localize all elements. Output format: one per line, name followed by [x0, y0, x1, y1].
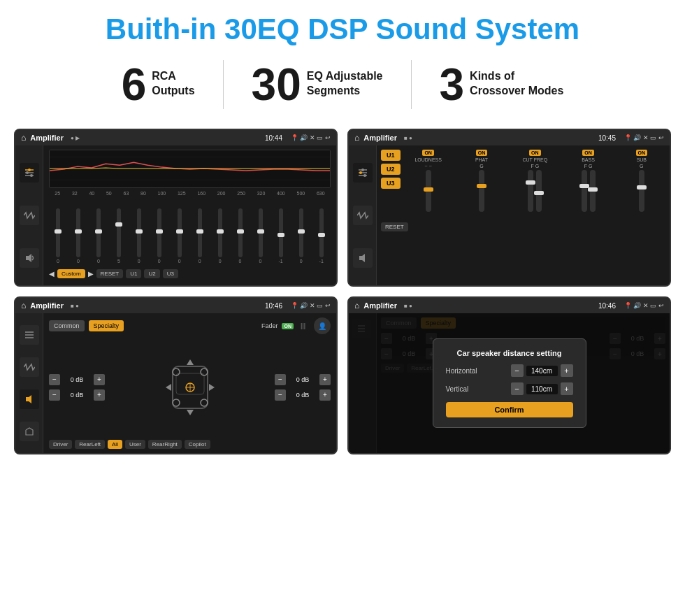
- db-minus-3[interactable]: −: [275, 374, 286, 385]
- home-icon: ⌂: [21, 133, 26, 143]
- slider-125: 0: [198, 208, 202, 264]
- eq-u3-btn[interactable]: U3: [163, 269, 178, 278]
- bass-slider-g[interactable]: [590, 170, 596, 212]
- eq-reset-btn[interactable]: RESET: [96, 269, 124, 278]
- copilot-btn[interactable]: Copilot: [185, 440, 210, 449]
- db-val-2: 0 dB: [63, 392, 91, 399]
- crossover-sidebar-speaker[interactable]: [353, 248, 373, 268]
- sub-slider[interactable]: [639, 170, 644, 212]
- crossover-reset-btn[interactable]: RESET: [381, 222, 408, 231]
- channel-loudness: ON LOUDNESS ~~: [409, 150, 447, 212]
- screen-eq: ⌂ Amplifier ● ▶ 10:44 📍 🔊 ✕ ▭ ↩: [14, 129, 338, 287]
- cutfreq-on[interactable]: ON: [529, 150, 541, 156]
- slider-250: 0: [259, 208, 263, 264]
- home-icon-2: ⌂: [354, 133, 359, 143]
- db-plus-4[interactable]: +: [319, 389, 331, 401]
- fader-sidebar-speaker[interactable]: [20, 389, 39, 409]
- dialog-horizontal-value-row: − 140cm +: [511, 364, 573, 377]
- screen-dialog: ⌂ Amplifier ■ ● 10:46 📍 🔊 ✕ ▭ ↩ Common S…: [347, 296, 671, 454]
- crossover-sidebar-wave[interactable]: [353, 206, 373, 225]
- svg-point-3: [28, 169, 31, 171]
- fader-grid: − 0 dB + − 0 dB +: [49, 337, 331, 437]
- loudness-on[interactable]: ON: [422, 150, 434, 156]
- eq-next-icon[interactable]: ▶: [88, 270, 94, 278]
- svg-marker-31: [187, 359, 194, 365]
- dialog-vertical-minus[interactable]: −: [511, 382, 524, 395]
- eq-sidebar-tune[interactable]: [20, 163, 39, 182]
- dialog-horizontal-minus[interactable]: −: [511, 364, 524, 377]
- eq-sidebar-speaker[interactable]: [20, 248, 39, 268]
- fader-sidebar-tune[interactable]: [20, 325, 39, 345]
- screen-fader-header: ⌂ Amplifier ■ ● 10:46 📍 🔊 ✕ ▭ ↩: [15, 298, 336, 313]
- slider-200: 0: [238, 208, 243, 264]
- screen-dialog-icons: 📍 🔊 ✕ ▭ ↩: [624, 302, 664, 309]
- crossover-sidebar: [349, 145, 377, 285]
- fader-on-badge[interactable]: ON: [282, 323, 294, 329]
- cutfreq-slider-f[interactable]: [528, 170, 533, 212]
- phat-on[interactable]: ON: [476, 150, 488, 156]
- eq-u1-btn[interactable]: U1: [126, 269, 141, 278]
- eq-sidebar-wave[interactable]: [20, 206, 39, 225]
- screen-dialog-header: ⌂ Amplifier ■ ● 10:46 📍 🔊 ✕ ▭ ↩: [349, 298, 670, 313]
- screens-grid: ⌂ Amplifier ● ▶ 10:44 📍 🔊 ✕ ▭ ↩: [0, 122, 685, 468]
- screen-eq-header: ⌂ Amplifier ● ▶ 10:44 📍 🔊 ✕ ▭ ↩: [15, 130, 336, 145]
- db-minus-2[interactable]: −: [49, 389, 60, 401]
- rearright-btn[interactable]: RearRight: [148, 440, 182, 449]
- eq-prev-icon[interactable]: ◀: [49, 270, 55, 278]
- dialog-horizontal-plus[interactable]: +: [561, 364, 573, 377]
- dialog-vertical-label: Vertical: [446, 385, 488, 393]
- slider-320: -1: [278, 208, 282, 264]
- all-btn[interactable]: All: [108, 440, 122, 449]
- eq-preset-custom[interactable]: Custom: [57, 269, 85, 278]
- channel-sub: ON SUB G: [622, 150, 661, 212]
- db-val-4: 0 dB: [289, 392, 317, 399]
- bass-sliders: [582, 170, 596, 212]
- common-mode-btn[interactable]: Common: [49, 320, 85, 331]
- db-minus-4[interactable]: −: [275, 389, 286, 401]
- u2-btn[interactable]: U2: [381, 164, 401, 175]
- fader-car-diagram: [110, 352, 269, 422]
- db-plus-3[interactable]: +: [319, 374, 331, 385]
- crossover-screen-body: U1 U2 U3 ON LOUDNESS ~~: [349, 145, 670, 285]
- slider-100: 0: [178, 208, 182, 264]
- crossover-sidebar-tune[interactable]: [353, 163, 373, 182]
- slider-32: 0: [76, 208, 80, 264]
- fader-sidebar: [15, 313, 43, 453]
- db-row-3: − 0 dB +: [275, 374, 331, 385]
- db-val-1: 0 dB: [63, 376, 91, 383]
- eq-sliders: 0 0 0 5 0: [49, 200, 331, 264]
- crossover-status-dots: ■ ●: [404, 135, 412, 141]
- eq-u2-btn[interactable]: U2: [144, 269, 159, 278]
- dialog-overlay: Car speaker distance setting Horizontal …: [349, 313, 670, 453]
- db-plus-1[interactable]: +: [94, 374, 105, 385]
- db-val-3: 0 dB: [289, 376, 317, 383]
- sub-on[interactable]: ON: [636, 150, 648, 156]
- dialog-confirm-button[interactable]: Confirm: [446, 402, 573, 417]
- fader-sidebar-wave[interactable]: [20, 357, 39, 377]
- specialty-mode-btn[interactable]: Specialty: [89, 320, 124, 331]
- u1-btn[interactable]: U1: [381, 150, 401, 161]
- user-btn[interactable]: User: [125, 440, 145, 449]
- db-plus-2[interactable]: +: [94, 389, 105, 401]
- svg-marker-34: [209, 384, 215, 391]
- phat-slider[interactable]: [479, 170, 484, 212]
- driver-btn[interactable]: Driver: [49, 440, 72, 449]
- svg-marker-6: [26, 254, 31, 262]
- fader-sidebar-expand[interactable]: [20, 422, 39, 441]
- svg-marker-33: [166, 384, 171, 391]
- eq-screen-body: 2532405063 80100125160200 25032040050063…: [15, 145, 336, 285]
- home-icon-4: ⌂: [354, 301, 359, 310]
- bass-on[interactable]: ON: [582, 150, 594, 156]
- stat-rca: 6 RCAOutputs: [94, 62, 223, 107]
- slider-500: -1: [319, 208, 324, 264]
- rearleft-btn[interactable]: RearLeft: [75, 440, 105, 449]
- screen-fader-appname: Amplifier: [30, 301, 64, 310]
- dialog-vertical-plus[interactable]: +: [561, 382, 573, 395]
- loudness-slider[interactable]: [426, 170, 431, 212]
- cutfreq-slider-g[interactable]: [536, 170, 542, 212]
- u3-btn[interactable]: U3: [381, 178, 401, 189]
- dialog-vertical-value-row: − 110cm +: [511, 382, 573, 395]
- db-minus-1[interactable]: −: [49, 374, 60, 385]
- eq-graph: [49, 150, 331, 188]
- bass-slider-f[interactable]: [582, 170, 587, 212]
